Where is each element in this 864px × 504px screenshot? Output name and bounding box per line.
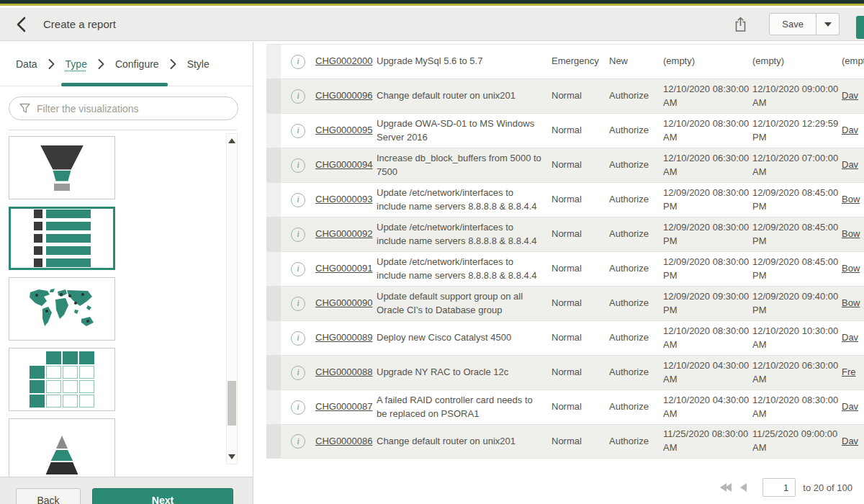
info-icon-cell: i [281,55,315,69]
info-icon[interactable]: i [291,158,305,173]
row-gutter [266,183,281,217]
list-icon [34,210,91,267]
change-state: Authorize [609,331,663,345]
info-icon[interactable]: i [291,366,305,380]
funnel-chart-icon [40,145,84,191]
next-button[interactable]: Next [92,488,233,504]
info-icon-cell: i [281,400,315,415]
save-button[interactable]: Save [769,13,816,35]
info-icon[interactable]: i [291,434,305,449]
assigned-to-link[interactable]: Bow [842,297,864,310]
planned-end-date: 12/10/2020 09:00:00 AM [752,83,842,110]
assigned-to-link[interactable]: Dav [842,435,864,449]
wizard-step-data[interactable]: Data [16,58,37,70]
short-description: Deploy new Cisco Catalyst 4500 [377,331,552,345]
planned-end-date: 12/10/2020 12:29:59 PM [752,117,842,145]
viz-card-grouped-table[interactable] [9,348,115,411]
viz-card-list[interactable] [9,207,115,270]
info-icon[interactable]: i [291,193,305,207]
change-number-link[interactable]: CHG0000089 [315,331,377,345]
change-number-link[interactable]: CHG0000090 [315,297,377,310]
change-type: Normal [552,158,609,172]
wizard-step-type[interactable]: Type [66,58,87,70]
planned-start-date: 12/10/2020 08:30:00 AM [663,117,752,145]
change-number-link[interactable]: CHG0000087 [315,400,377,414]
short-description: Update default support group on all Orac… [377,290,552,318]
short-description: Change default router on unix201 [377,435,552,449]
info-icon[interactable]: i [291,400,305,415]
top-brand-strip [0,0,864,6]
assigned-to-link[interactable]: Bow [842,193,864,207]
info-icon[interactable]: i [291,228,305,242]
change-number-link[interactable]: CHG0000086 [315,435,377,449]
info-icon[interactable]: i [291,331,305,346]
viz-card-funnel-chart[interactable] [9,136,115,199]
info-icon-cell: i [281,297,315,311]
table-row: iCHG0000093Update /etc/network/interface… [266,182,864,217]
change-state: Authorize [609,193,663,207]
scroll-up-icon[interactable] [228,138,235,143]
scroll-down-icon[interactable] [228,454,235,459]
short-description: Upgrade MySql 5.6 to 5.7 [377,55,552,68]
info-icon[interactable]: i [291,262,305,276]
assigned-to-link[interactable]: Dav [842,158,864,172]
change-number-link[interactable]: CHG0000093 [315,193,377,207]
first-page-button[interactable] [720,483,732,492]
change-state: Authorize [609,124,663,138]
change-number-link[interactable]: CHG0000096 [315,89,377,103]
table-row: iCHG0000089Deploy new Cisco Catalyst 450… [266,320,864,355]
chevron-left-icon [740,483,747,492]
grouped-table-icon [30,351,94,408]
table-row: iCHG0000092Update /etc/network/interface… [266,217,864,251]
page-number-input[interactable] [762,478,796,497]
assigned-to-link[interactable]: Fre [842,366,864,379]
info-icon[interactable]: i [291,55,305,69]
change-number-link[interactable]: CHG0000092 [315,228,377,241]
change-number-link[interactable]: CHG0000095 [315,124,377,138]
info-icon-cell: i [281,262,315,276]
planned-start-date: (empty) [663,55,752,68]
change-state: Authorize [609,158,663,172]
chevron-right-icon [98,59,104,69]
back-chevron-icon[interactable] [16,17,29,32]
short-description: Update /etc/network/interfaces to includ… [377,221,552,248]
assigned-to-link[interactable]: Bow [842,228,864,241]
assigned-to-link[interactable]: Dav [842,331,864,345]
planned-start-date: 12/10/2020 04:30:00 AM [663,394,752,421]
planned-end-date: 12/09/2020 08:45:00 PM [752,186,842,214]
clipped-edge-button[interactable] [856,16,864,39]
filter-visualizations-input[interactable] [9,96,238,120]
table-row: iCHG0000091Update /etc/network/interface… [266,251,864,286]
row-gutter [266,390,281,424]
info-icon-cell: i [281,366,315,380]
scrollbar-thumb[interactable] [228,381,236,426]
assigned-to-link[interactable]: Dav [842,400,864,414]
table-row: iCHG0000086Change default router on unix… [266,424,864,459]
change-number-link[interactable]: CHG0000094 [315,158,377,172]
info-icon[interactable]: i [291,297,305,311]
assigned-to-link[interactable]: Dav [842,89,864,103]
panel-divider [9,130,237,130]
panel-scrollbar[interactable] [226,133,238,464]
change-number-link[interactable]: CHG0000088 [315,366,377,379]
previous-page-button[interactable] [740,483,747,492]
viz-card-world-map[interactable] [9,277,115,341]
assigned-to-link[interactable]: Bow [842,262,864,276]
assigned-to-link[interactable]: Dav [842,124,864,138]
change-number-link[interactable]: CHG0000091 [315,262,377,276]
planned-start-date: 12/09/2020 09:30:00 PM [663,290,752,318]
save-menu-button[interactable] [816,13,840,35]
planned-end-date: 12/09/2020 08:45:00 PM [752,256,842,283]
back-button[interactable]: Back [16,488,81,504]
planned-start-date: 12/09/2020 08:30:00 PM [663,221,752,248]
change-number-link[interactable]: CHG0002000 [315,55,377,68]
viz-card-pyramid[interactable] [9,418,115,477]
wizard-step-style[interactable]: Style [187,58,210,70]
share-export-icon[interactable] [734,17,747,32]
planned-end-date: 11/25/2020 09:00:00 AM [752,428,842,455]
row-gutter [266,425,281,458]
info-icon[interactable]: i [291,124,305,138]
info-icon[interactable]: i [291,89,305,104]
visualization-filter [9,96,238,120]
wizard-step-configure[interactable]: Configure [115,58,159,70]
